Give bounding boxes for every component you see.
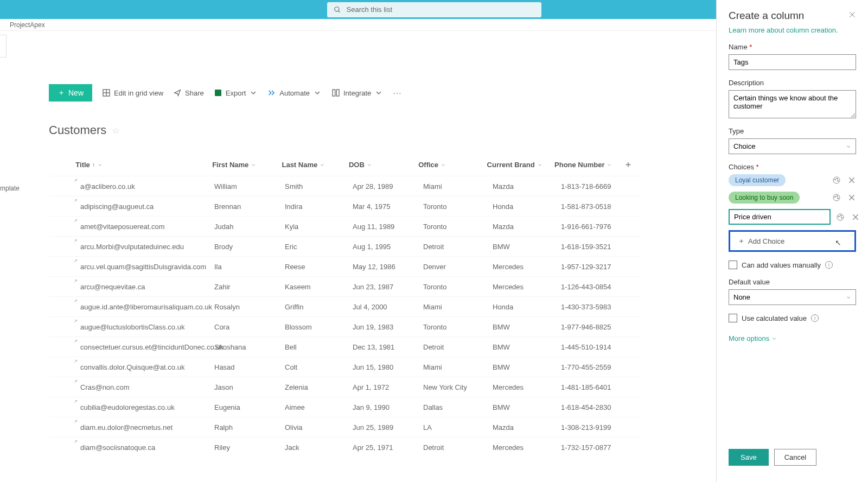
column-header-phone[interactable]: Phone Number	[554, 159, 624, 170]
chevron-down-icon	[251, 162, 256, 168]
cancel-button[interactable]: Cancel	[774, 449, 816, 466]
row-title[interactable]: adipiscing@augueut.ca	[76, 202, 154, 211]
close-icon	[848, 11, 856, 18]
favorite-star-icon[interactable]: ☆	[112, 125, 119, 136]
use-calculated-checkbox[interactable]	[729, 314, 737, 322]
table-row[interactable]: diam.eu.dolor@necmetus.netRalphOliviaJun…	[49, 417, 640, 437]
svg-point-19	[838, 198, 839, 199]
column-header-dob[interactable]: DOB	[349, 159, 418, 170]
row-title[interactable]: diam@sociisnatoque.ca	[76, 443, 155, 452]
row-phone: 1-308-213-9199	[561, 423, 631, 432]
svg-rect-5	[215, 90, 221, 96]
automate-button[interactable]: Automate	[267, 88, 322, 97]
table-row[interactable]: Cras@non.comJasonZeleniaApr 1, 1972New Y…	[49, 377, 640, 397]
row-phone: 1-581-873-0518	[561, 202, 631, 211]
close-panel-button[interactable]	[848, 11, 856, 21]
name-label: Name *	[729, 43, 856, 51]
row-phone: 1-430-373-5983	[561, 303, 631, 311]
row-title[interactable]: a@aclibero.co.uk	[76, 182, 135, 191]
row-phone: 1-770-455-2559	[561, 363, 631, 371]
plus-icon: ＋	[738, 236, 745, 246]
row-title[interactable]: amet@vitaeposuereat.com	[76, 223, 165, 231]
column-header-brand[interactable]: Current Brand	[487, 159, 554, 170]
grid-icon	[102, 88, 111, 97]
row-office: Detroit	[423, 343, 493, 351]
row-last-name: Zelenia	[285, 383, 353, 391]
svg-point-18	[837, 195, 838, 196]
svg-point-13	[838, 180, 839, 181]
palette-icon[interactable]	[832, 176, 841, 185]
name-input[interactable]	[729, 54, 856, 70]
edit-grid-button[interactable]: Edit in grid view	[102, 88, 163, 97]
row-office: Dallas	[423, 403, 493, 411]
row-office: Miami	[423, 303, 493, 311]
table-row[interactable]: augue.id.ante@liberomaurisaliquam.co.ukR…	[49, 296, 640, 316]
column-header-first-name[interactable]: First Name	[212, 159, 282, 170]
more-options-button[interactable]: More options	[729, 334, 856, 343]
palette-icon[interactable]	[836, 213, 845, 221]
remove-choice-icon[interactable]	[847, 176, 856, 185]
table-row[interactable]: diam@sociisnatoque.caRileyJackApr 25, 19…	[49, 437, 640, 457]
table-row[interactable]: arcu.vel.quam@sagittisDuisgravida.comIla…	[49, 256, 640, 276]
table-row[interactable]: adipiscing@augueut.caBrennanIndiraMar 4,…	[49, 196, 640, 216]
row-title[interactable]: arcu@nequevitae.ca	[76, 283, 145, 291]
row-title[interactable]: augue@luctuslobortisClass.co.uk	[76, 323, 184, 331]
row-title[interactable]: consectetuer.cursus.et@tinciduntDonec.co…	[76, 343, 224, 351]
table-row[interactable]: arcu@nequevitae.caZahirKaseemJun 23, 198…	[49, 276, 640, 296]
remove-choice-icon[interactable]	[847, 193, 856, 202]
column-header-last-name[interactable]: Last Name	[282, 159, 348, 170]
row-brand: Mercedes	[493, 443, 561, 452]
row-last-name: Colt	[285, 363, 353, 371]
row-title[interactable]: Cras@non.com	[76, 383, 130, 391]
column-header-office[interactable]: Office	[418, 159, 487, 170]
save-button[interactable]: Save	[729, 449, 769, 466]
table-row[interactable]: cubilia@eudoloregestas.co.ukEugeniaAimee…	[49, 397, 640, 417]
table-row[interactable]: consectetuer.cursus.et@tinciduntDonec.co…	[49, 337, 640, 357]
default-value-select[interactable]: None	[729, 289, 856, 305]
table-row[interactable]: augue@luctuslobortisClass.co.ukCoraBloss…	[49, 316, 640, 337]
svg-point-17	[834, 196, 835, 198]
row-title[interactable]: arcu.vel.quam@sagittisDuisgravida.com	[76, 263, 206, 271]
info-icon[interactable]: i	[811, 314, 819, 322]
default-value-label: Default value	[729, 278, 856, 286]
export-button[interactable]: Export	[214, 88, 258, 97]
row-first-name: Zahir	[214, 283, 285, 291]
share-button[interactable]: Share	[173, 88, 204, 97]
more-actions-button[interactable]: ⋯	[393, 88, 403, 98]
row-office: LA	[423, 423, 493, 432]
description-input[interactable]: Certain things we know about the custome…	[729, 90, 856, 118]
table-row[interactable]: a@aclibero.co.ukWilliamSmithApr 28, 1989…	[49, 176, 640, 196]
chevron-down-icon	[771, 336, 777, 341]
type-select[interactable]: Choice	[729, 138, 856, 154]
search-input[interactable]: Search this list	[327, 2, 541, 17]
table-row[interactable]: convallis.dolor.Quisque@at.co.ukHasadCol…	[49, 357, 640, 377]
learn-more-link[interactable]: Learn more about column creation.	[729, 26, 856, 34]
row-title[interactable]: diam.eu.dolor@necmetus.net	[76, 423, 173, 432]
row-dob: Apr 1, 1972	[353, 383, 423, 391]
choice-pill[interactable]: Loyal customer	[729, 174, 786, 186]
svg-point-11	[834, 179, 835, 180]
row-phone: 1-732-157-0877	[561, 443, 631, 452]
choice-input[interactable]	[729, 209, 831, 225]
row-title[interactable]: cubilia@eudoloregestas.co.uk	[76, 403, 175, 411]
add-column-button[interactable]: ＋	[624, 159, 640, 170]
can-add-manually-checkbox[interactable]	[729, 261, 737, 269]
new-button[interactable]: ＋ New	[49, 84, 92, 102]
choice-pill[interactable]: Looking to buy soon	[729, 192, 800, 204]
row-title[interactable]: augue.id.ante@liberomaurisaliquam.co.uk	[76, 303, 212, 311]
remove-choice-icon[interactable]	[851, 213, 860, 221]
row-title[interactable]: arcu.Morbi@vulputateduinec.edu	[76, 243, 184, 251]
column-header-title[interactable]: Title ↑	[75, 159, 212, 170]
row-first-name: Rosalyn	[214, 303, 285, 311]
table-row[interactable]: arcu.Morbi@vulputateduinec.eduBrodyEricA…	[49, 236, 640, 256]
leftnav-item[interactable]: mplate	[0, 185, 20, 192]
info-icon[interactable]: i	[825, 261, 833, 269]
integrate-button[interactable]: Integrate	[331, 88, 383, 97]
row-title[interactable]: convallis.dolor.Quisque@at.co.uk	[76, 363, 184, 371]
table-row[interactable]: amet@vitaeposuereat.comJudahKylaAug 11, …	[49, 216, 640, 236]
row-dob: Jun 15, 1980	[353, 363, 423, 371]
row-last-name: Kaseem	[285, 283, 353, 291]
palette-icon[interactable]	[832, 193, 841, 202]
can-add-manually-label: Can add values manually	[742, 261, 821, 269]
add-choice-button[interactable]: ＋ Add Choice ↖	[729, 230, 856, 252]
